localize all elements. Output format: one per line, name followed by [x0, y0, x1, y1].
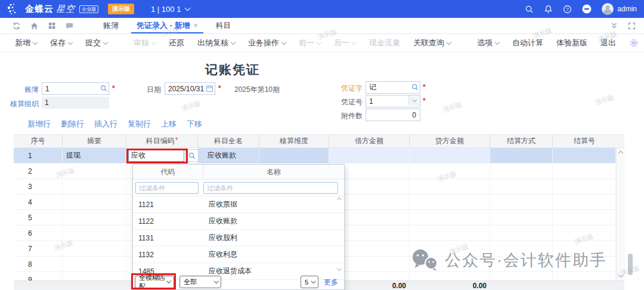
- grid-cell[interactable]: [410, 179, 490, 194]
- grid-cell[interactable]: [63, 195, 126, 209]
- grid-cell[interactable]: [553, 272, 616, 280]
- grid-cell[interactable]: [63, 179, 126, 194]
- grid-cell[interactable]: [410, 195, 490, 209]
- lookup-option[interactable]: 1131应收股利: [133, 230, 344, 246]
- related-query-button[interactable]: 关联查询: [413, 38, 451, 48]
- grid-cell[interactable]: [490, 272, 553, 280]
- calendar-icon[interactable]: [206, 85, 213, 92]
- tab-voucher-entry-new[interactable]: 凭证录入 - 新增 ×: [128, 18, 207, 33]
- grid-cell[interactable]: 5: [14, 210, 63, 225]
- attachments-input[interactable]: [366, 109, 420, 121]
- next-button[interactable]: 后一: [334, 38, 356, 48]
- grid-cell[interactable]: [553, 195, 616, 209]
- page-size-select[interactable]: 5: [301, 276, 318, 288]
- apps-grid-icon[interactable]: [48, 21, 56, 30]
- status-dnd-icon[interactable]: [582, 4, 592, 14]
- grid-cell[interactable]: 3: [14, 179, 63, 194]
- cash-flow-button[interactable]: 现金流量: [369, 38, 400, 48]
- grid-cell[interactable]: [410, 148, 490, 163]
- close-icon[interactable]: ×: [194, 21, 198, 30]
- grid-cell[interactable]: [329, 148, 410, 163]
- grid-row-1-selected[interactable]: 1 提现 应收账款: [14, 148, 616, 163]
- lookup-option[interactable]: 1122应收账款: [133, 213, 344, 230]
- grid-cell[interactable]: [410, 272, 490, 280]
- grid-cell[interactable]: 7: [14, 241, 63, 256]
- grid-cell[interactable]: [63, 257, 126, 272]
- lookup-option[interactable]: 1132应收利息: [133, 246, 344, 263]
- save-button[interactable]: 保存: [50, 38, 72, 48]
- grid-cell[interactable]: [553, 210, 616, 225]
- previous-button[interactable]: 前一: [299, 38, 321, 48]
- account-code-editor-cell[interactable]: [126, 148, 198, 163]
- grid-cell[interactable]: 9: [14, 272, 63, 280]
- code-filter-input[interactable]: [135, 182, 199, 194]
- grid-cell[interactable]: [63, 210, 126, 225]
- move-up-link[interactable]: 上移: [161, 119, 177, 129]
- grid-cell[interactable]: 2: [14, 163, 63, 178]
- options-button[interactable]: 选项: [477, 38, 499, 48]
- page-scrollbar-thumb[interactable]: [628, 254, 633, 275]
- org-selector[interactable]: 1 | 100 1: [151, 5, 190, 14]
- voucher-no-dropdown[interactable]: [408, 95, 420, 106]
- grid-scrollbar[interactable]: [616, 148, 625, 280]
- user-menu[interactable]: admin: [602, 3, 637, 15]
- grid-cell[interactable]: [553, 226, 616, 240]
- grid-cell[interactable]: 1: [14, 148, 63, 163]
- help-icon[interactable]: ?: [563, 5, 572, 14]
- scroll-down-icon[interactable]: [618, 273, 623, 277]
- grid-cell[interactable]: [63, 226, 126, 240]
- account-lookup-button[interactable]: [185, 149, 199, 162]
- gear-icon[interactable]: [629, 38, 639, 48]
- grid-cell[interactable]: [63, 241, 126, 256]
- grid-cell[interactable]: [490, 179, 553, 194]
- grid-cell[interactable]: 4: [14, 195, 63, 209]
- try-new-version-button[interactable]: 体验新版: [556, 38, 587, 48]
- notification-bell-icon[interactable]: [544, 5, 553, 14]
- match-mode-select[interactable]: 全模糊匹配: [135, 276, 174, 288]
- home-icon[interactable]: [30, 21, 39, 30]
- grid-cell[interactable]: [410, 226, 490, 240]
- grid-cell[interactable]: [553, 179, 616, 194]
- business-ops-button[interactable]: 业务操作: [248, 38, 286, 48]
- add-row-link[interactable]: 新增行: [27, 119, 51, 129]
- move-down-link[interactable]: 下移: [187, 119, 202, 129]
- name-filter-input[interactable]: [203, 182, 338, 194]
- tab-accounts[interactable]: 科目: [207, 18, 240, 33]
- book-input[interactable]: [42, 82, 109, 95]
- search-icon[interactable]: [525, 5, 534, 14]
- grid-cell[interactable]: [553, 163, 616, 178]
- grid-cell[interactable]: [410, 210, 490, 225]
- collapse-double-chevron-icon[interactable]: [610, 21, 618, 30]
- message-icon[interactable]: [65, 21, 74, 30]
- lookup-search-icon[interactable]: [100, 85, 107, 92]
- grid-cell[interactable]: 8: [14, 257, 63, 272]
- grid-cell[interactable]: [490, 195, 553, 209]
- grid-cell[interactable]: [553, 148, 616, 163]
- new-button[interactable]: 新增: [15, 38, 37, 48]
- scope-select[interactable]: 全部: [179, 276, 221, 288]
- submit-button[interactable]: 提交: [85, 38, 107, 48]
- audit-button[interactable]: 审核: [134, 38, 156, 48]
- grid-cell[interactable]: [63, 272, 126, 280]
- grid-cell[interactable]: [490, 148, 553, 163]
- account-code-input[interactable]: [128, 149, 184, 162]
- scroll-up-icon[interactable]: [618, 151, 623, 156]
- grid-cell[interactable]: 应收账款: [198, 148, 259, 163]
- copy-row-link[interactable]: 复制行: [128, 119, 151, 129]
- grid-cell[interactable]: [490, 226, 553, 240]
- more-link[interactable]: 更多: [324, 277, 338, 288]
- grid-cell[interactable]: [259, 148, 329, 163]
- lookup-option[interactable]: 1121应收票据: [133, 196, 344, 213]
- grid-cell[interactable]: [490, 163, 553, 178]
- restore-button[interactable]: 还原: [169, 38, 184, 48]
- fullscreen-icon[interactable]: [628, 22, 636, 30]
- exit-button[interactable]: 退出: [600, 38, 616, 48]
- grid-cell[interactable]: [490, 210, 553, 225]
- insert-row-link[interactable]: 插入行: [94, 119, 117, 129]
- delete-row-link[interactable]: 删除行: [61, 119, 84, 129]
- grid-cell[interactable]: [410, 163, 490, 178]
- cashier-review-button[interactable]: 出纳复核: [197, 38, 235, 48]
- grid-cell[interactable]: [63, 163, 126, 178]
- lookup-search-icon[interactable]: [411, 84, 419, 91]
- tab-ledger[interactable]: 账簿: [94, 18, 128, 33]
